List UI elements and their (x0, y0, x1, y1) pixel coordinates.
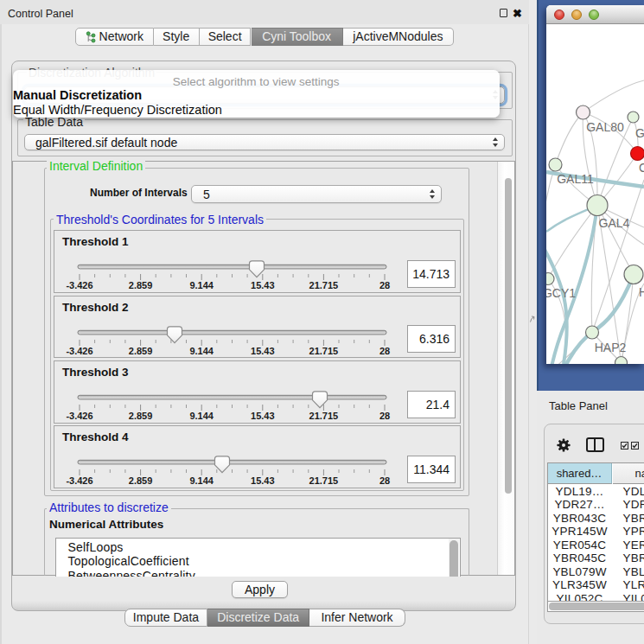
svg-text:21.715: 21.715 (309, 411, 339, 421)
svg-text:28: 28 (379, 475, 390, 486)
svg-text:15.43: 15.43 (251, 280, 275, 290)
svg-text:21.715: 21.715 (309, 280, 339, 290)
svg-text:GAL11: GAL11 (557, 172, 594, 186)
svg-text:-3.426: -3.426 (66, 411, 92, 421)
svg-text:GAL4: GAL4 (599, 216, 630, 230)
svg-text:9.144: 9.144 (189, 411, 214, 421)
svg-text:21.715: 21.715 (309, 345, 339, 355)
svg-text:-3.426: -3.426 (66, 280, 92, 290)
svg-text:2.859: 2.859 (129, 475, 153, 486)
svg-text:9.144: 9.144 (189, 475, 214, 486)
svg-text:HIS: HIS (639, 285, 644, 299)
svg-text:28: 28 (379, 411, 390, 421)
svg-text:-3.426: -3.426 (66, 475, 92, 486)
svg-text:GAL1: GAL1 (635, 126, 644, 140)
svg-text:GCY1: GCY1 (546, 286, 576, 300)
svg-text:2.859: 2.859 (129, 280, 153, 290)
svg-text:28: 28 (379, 345, 390, 355)
svg-text:15.43: 15.43 (251, 345, 275, 355)
svg-text:-3.426: -3.426 (66, 345, 92, 355)
svg-text:9.144: 9.144 (189, 280, 214, 290)
svg-text:2.859: 2.859 (129, 345, 153, 355)
svg-text:15.43: 15.43 (251, 411, 275, 421)
svg-text:15.43: 15.43 (251, 475, 275, 486)
svg-text:28: 28 (379, 280, 390, 290)
svg-text:21.715: 21.715 (309, 475, 339, 486)
svg-text:9.144: 9.144 (189, 345, 214, 355)
svg-text:HAP2: HAP2 (595, 341, 627, 354)
svg-text:GAL80: GAL80 (586, 120, 624, 134)
svg-text:2.859: 2.859 (129, 411, 153, 421)
svg-text:CYB: CYB (639, 161, 644, 175)
